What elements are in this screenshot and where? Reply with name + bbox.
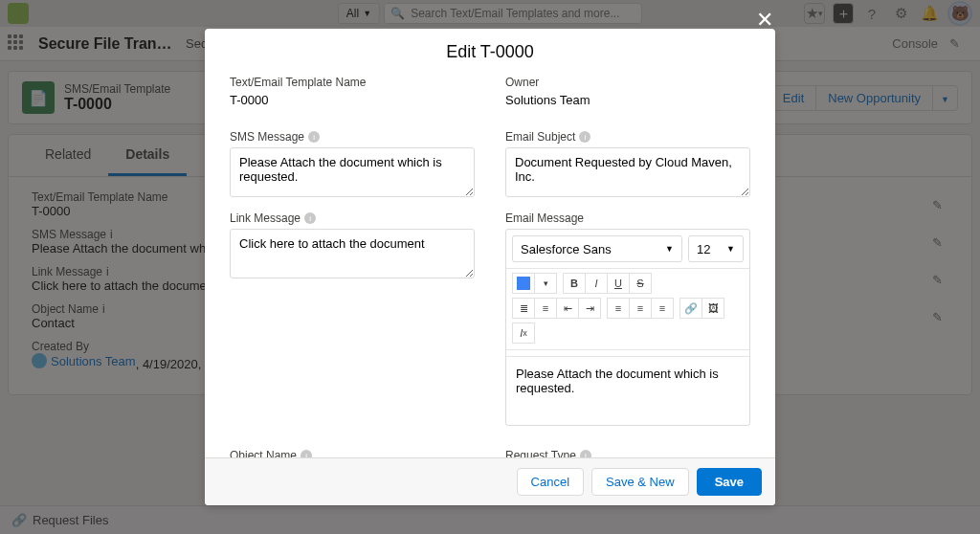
label-email-subject: Email Subject [505,130,575,144]
value-owner: Solutions Team [505,93,750,107]
label-email-message: Email Message [505,211,750,225]
modal-close-icon[interactable]: ✕ [756,8,773,33]
italic-button[interactable]: I [585,273,608,294]
modal-footer: Cancel Save & New Save [205,457,775,505]
label-request-type: Request Type [505,449,576,457]
info-icon[interactable]: i [579,131,590,143]
label-template-name: Text/Email Template Name [230,76,475,89]
chevron-down-icon: ▼ [665,244,674,254]
underline-button[interactable]: U [607,273,630,294]
edit-modal: Edit T-0000 Text/Email Template Name T-0… [205,29,775,505]
font-size-value: 12 [697,242,710,256]
color-caret[interactable]: ▾ [534,273,557,294]
label-object-name: Object Name [230,449,297,457]
cancel-button[interactable]: Cancel [517,468,584,496]
label-link-message: Link Message [230,211,301,225]
align-left-button[interactable]: ≡ [607,298,630,319]
rich-text-editor: Salesforce Sans ▼ 12 ▼ ▾ [505,229,750,426]
font-family-value: Salesforce Sans [521,242,612,256]
label-owner: Owner [505,76,750,89]
save-and-new-button[interactable]: Save & New [591,468,689,496]
chevron-down-icon: ▼ [726,244,735,254]
modal-overlay: ✕ Edit T-0000 Text/Email Template Name T… [0,0,980,534]
outdent-button[interactable]: ⇤ [556,298,579,319]
info-icon[interactable]: i [308,131,320,143]
bulleted-list-button[interactable]: ≣ [512,298,535,319]
info-icon[interactable]: i [580,450,591,457]
save-button[interactable]: Save [697,468,762,496]
modal-title: Edit T-0000 [205,29,775,72]
email-subject-textarea[interactable] [505,147,750,197]
clear-formatting-button[interactable]: Ix [512,323,535,344]
insert-link-button[interactable]: 🔗 [679,298,702,319]
info-icon[interactable]: i [301,450,312,457]
bold-button[interactable]: B [563,273,586,294]
numbered-list-button[interactable]: ≡ [534,298,557,319]
font-size-select[interactable]: 12 ▼ [688,235,744,262]
sms-message-textarea[interactable] [230,147,475,197]
value-template-name: T-0000 [230,93,475,107]
align-center-button[interactable]: ≡ [629,298,652,319]
email-message-textarea[interactable]: Please Attach the document which is requ… [506,356,749,425]
info-icon[interactable]: i [304,212,316,224]
strikethrough-button[interactable]: S [629,273,652,294]
label-sms-message: SMS Message [230,130,304,144]
font-family-select[interactable]: Salesforce Sans ▼ [512,235,682,262]
insert-image-button[interactable]: 🖼 [702,298,724,319]
link-message-textarea[interactable] [230,229,475,278]
text-color-button[interactable] [512,273,535,294]
indent-button[interactable]: ⇥ [578,298,601,319]
align-right-button[interactable]: ≡ [651,298,674,319]
